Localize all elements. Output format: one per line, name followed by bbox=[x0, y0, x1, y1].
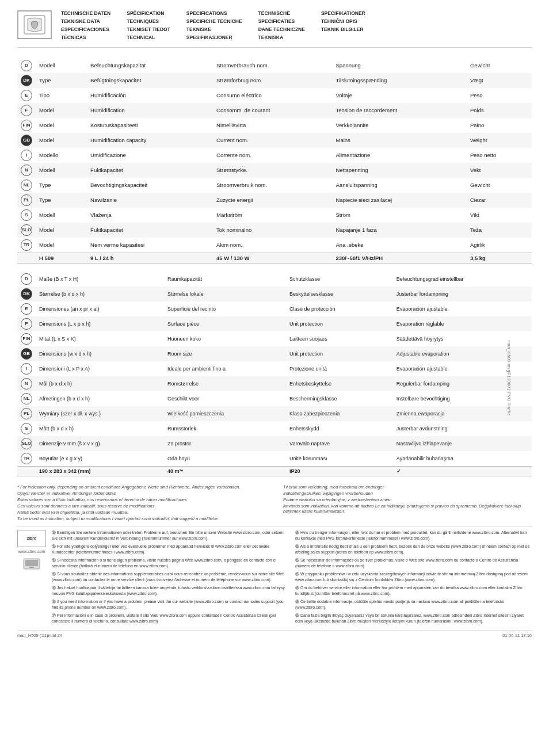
flag-badge: NL bbox=[21, 393, 32, 404]
table-cell: Befeuchtungsgrad einstellbar bbox=[393, 272, 532, 287]
table-row: NModellFuktkapacitetStrømstyrke.Nettspen… bbox=[17, 163, 532, 178]
table-cell: Enhetsskydd bbox=[286, 421, 393, 436]
table-cell: Vekt bbox=[467, 163, 532, 178]
table-cell: Akim nom. bbox=[213, 238, 332, 253]
table-cell: Stromverbrauch nom. bbox=[213, 58, 332, 73]
side-label: man_H509 mvg©110601 PVG Traffic bbox=[507, 340, 511, 415]
flag-badge: PL bbox=[21, 408, 32, 419]
table-cell: Nettspenning bbox=[333, 163, 467, 178]
flag-badge: E bbox=[21, 303, 32, 315]
table-cell: Dimenzije v mm (š x v x g) bbox=[36, 436, 164, 451]
table-cell: Varovalo naprave bbox=[286, 436, 393, 451]
table-cell: Gewicht bbox=[467, 178, 532, 193]
contact-section: zibro www.zibro.com ⑮ Benötigen Sie weit… bbox=[17, 526, 532, 627]
table-cell: 3,5 kg bbox=[467, 253, 532, 263]
table-cell: Nastavlijvo izhlapevanje bbox=[393, 436, 532, 451]
table-cell: Napajanje 1 faza bbox=[333, 223, 467, 238]
table-cell: Alimentazione bbox=[333, 148, 467, 163]
table-cell: Ideale per ambienti fino a bbox=[164, 361, 286, 376]
table-cell: Unit protection bbox=[286, 316, 393, 331]
svg-rect-2 bbox=[25, 560, 38, 566]
contact-item: ⑮ Benötigen Sie weitere Informationen od… bbox=[52, 530, 288, 542]
table-cell: 190 x 283 x 342 (mm) bbox=[36, 466, 164, 476]
table-row: SModellVlaženjaMärkströmStrömVikt bbox=[17, 208, 532, 223]
flag-badge: DK bbox=[21, 75, 32, 86]
table-cell: Corrente nom. bbox=[213, 148, 332, 163]
table-cell: Type bbox=[36, 73, 87, 88]
table1: DModellBefeuchtungskapazitätStromverbrau… bbox=[17, 58, 532, 264]
table-cell: Raumkapazität bbox=[164, 272, 286, 287]
flag-badge: D bbox=[21, 273, 32, 285]
flag-badge: TR bbox=[21, 453, 32, 464]
table-cell: Wielkość pomieszczenia bbox=[164, 406, 286, 421]
table-cell: Ayarlanabilir buharlaşma bbox=[393, 451, 532, 467]
table-cell: 40 m³* bbox=[164, 466, 286, 476]
table-row: EDimensiones (an x pr x al)Superficie de… bbox=[17, 301, 532, 316]
table-row: IDimensioni (L x P x A)Ideale per ambien… bbox=[17, 361, 532, 376]
table-row: NMål (b x d x h)RomstørrelseEnhetsbeskyt… bbox=[17, 376, 532, 391]
table-cell: Romstørrelse bbox=[164, 376, 286, 391]
flag-badge: FIN bbox=[21, 333, 32, 345]
table-cell: 9 L / 24 h bbox=[87, 253, 213, 263]
table-cell: Aansluitspanning bbox=[333, 178, 467, 193]
table-cell: Nimellisvirta bbox=[213, 118, 332, 133]
table-cell: Clase de protección bbox=[286, 301, 393, 316]
table-cell: Fuktkapacitet bbox=[87, 163, 213, 178]
table-cell: 45 W / 130 W bbox=[213, 253, 332, 263]
table-cell: Størrelse lokale bbox=[164, 287, 286, 301]
bottom-bar: man_H509 ('11)indd 24 01-06-11 17:16 bbox=[17, 630, 532, 638]
table-cell: Napiecie sieci zasilacej bbox=[333, 193, 467, 208]
header: TECHNISCHE DATEN TEKNISKE DATA ESPECIFIC… bbox=[17, 10, 532, 48]
spec-col-5: SPECIFIKATIONER TEHNIČNI OPIS TEKNIK BIL… bbox=[321, 10, 365, 41]
contact-logo: zibro www.zibro.com bbox=[17, 530, 46, 627]
table-cell: Tilslutningsspænding bbox=[333, 73, 467, 88]
table-cell: Superficie del recinto bbox=[164, 301, 286, 316]
table-cell: Agirlik bbox=[467, 238, 532, 253]
table-cell: Kostutuskapasiteeti bbox=[87, 118, 213, 133]
table-row: FINMitat (L x S x K)Huoneen kokoLaitteen… bbox=[17, 331, 532, 346]
table-row: SLODimenzije v mm (š x v x g)Za prostorV… bbox=[17, 436, 532, 451]
contact-item: ⑮ Se necessitar de informações ou se tiv… bbox=[295, 558, 532, 570]
table-cell: Teža bbox=[467, 223, 532, 238]
table-row: DMaße (B x T x H)RaumkapazitätSchutzklas… bbox=[17, 272, 532, 287]
table-row: SLOModelFuktkapacitetTok nominalnoNapaja… bbox=[17, 223, 532, 238]
flag-badge: I bbox=[21, 363, 32, 375]
table-cell: Klasa zabezpieczenia bbox=[286, 406, 393, 421]
table-cell: Rumsstorlek bbox=[164, 421, 286, 436]
table-cell: Ström bbox=[333, 208, 467, 223]
table-cell: Bevochtigingskapaciteit bbox=[87, 178, 213, 193]
table-row: TRModelNem verme kapasitesiAkim nom.Ana … bbox=[17, 238, 532, 253]
table-cell: Paino bbox=[467, 118, 532, 133]
table-cell: Mått (b x d x h) bbox=[36, 421, 164, 436]
table-cell: Nem verme kapasitesi bbox=[87, 238, 213, 253]
page: TECHNISCHE DATEN TEKNISKE DATA ESPECIFIC… bbox=[0, 0, 549, 756]
contact-item: ⑮ If you need information or if you have… bbox=[52, 599, 288, 611]
table-cell: Oda boyu bbox=[164, 451, 286, 467]
table-row: FINModelKostutuskapasiteetiNimellisvirta… bbox=[17, 118, 532, 133]
table-row: DModellBefeuchtungskapazitätStromverbrau… bbox=[17, 58, 532, 73]
table-cell: Evaporation réglable bbox=[393, 316, 532, 331]
spec-col-4: TECHNISCHE SPECIFICATIES DANE TECHNICZNE… bbox=[258, 10, 305, 41]
flag-badge: GB bbox=[21, 348, 32, 360]
table-cell: Dimensions (w x d x h) bbox=[36, 346, 164, 361]
table-cell: Dimensiones (an x pr x al) bbox=[36, 301, 164, 316]
contact-item: ⑮ Če želite dodatne informacije, obiščit… bbox=[295, 599, 532, 611]
table-cell: Vægt bbox=[467, 73, 532, 88]
table-cell: Model bbox=[36, 223, 87, 238]
table-cell: Za prostor bbox=[164, 436, 286, 451]
contact-item: ⑮ Om du behöver service eller informatio… bbox=[295, 585, 532, 597]
table-cell: Modell bbox=[36, 163, 87, 178]
svg-rect-3 bbox=[29, 567, 34, 568]
contact-item: ⑮ Jos haluat huoltoapua, lisätietoja tai… bbox=[52, 585, 288, 597]
table-cell: Strømstyrke. bbox=[213, 163, 332, 178]
table-cell: Model bbox=[36, 103, 87, 118]
table-cell: Modello bbox=[36, 148, 87, 163]
table-row: TRBoyutlar (e x g x y)Oda boyuÜnite koru… bbox=[17, 451, 532, 467]
table-cell: Ana .ebeke bbox=[333, 238, 467, 253]
table-cell: Mitat (L x S x K) bbox=[36, 331, 164, 346]
spec-col-3: SPECIFICATIONS SPECIFICHE TECNICHE TEKNI… bbox=[186, 10, 242, 41]
flag-badge: F bbox=[21, 105, 32, 116]
table-cell: Tension de raccordement bbox=[333, 103, 467, 118]
table-cell: Beskyttelsesklasse bbox=[286, 287, 393, 301]
table-cell: Geschikt voor bbox=[164, 391, 286, 406]
